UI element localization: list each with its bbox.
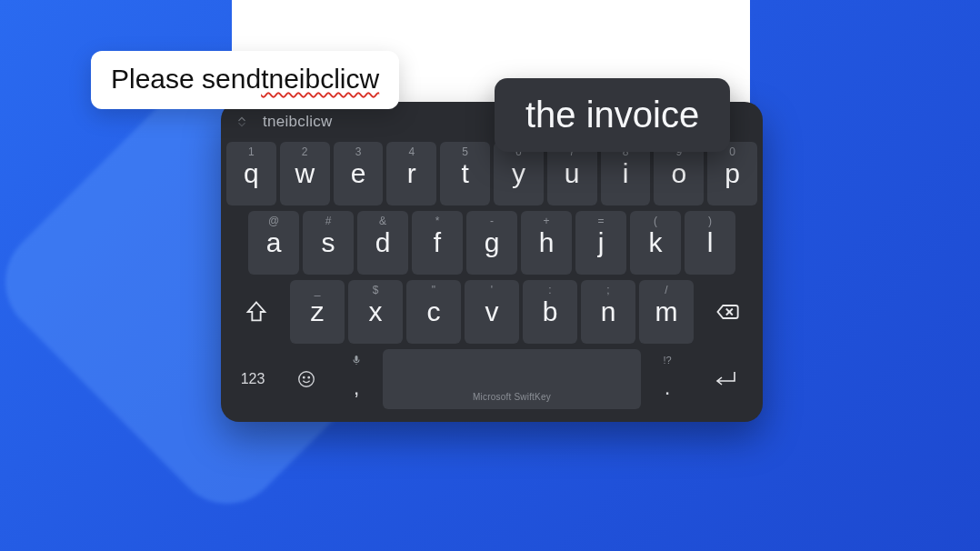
- period-key[interactable]: !? .: [645, 349, 690, 409]
- backspace-icon: [715, 299, 740, 325]
- key-e[interactable]: 3e: [334, 142, 384, 205]
- key-w[interactable]: 2w: [280, 142, 330, 205]
- key-r[interactable]: 4r: [386, 142, 436, 205]
- keyboard-brand-label: Microsoft SwiftKey: [473, 392, 551, 402]
- key-t[interactable]: 5t: [440, 142, 490, 205]
- mic-icon: [351, 355, 362, 367]
- svg-point-3: [304, 376, 305, 377]
- key-row-3: _z $x "c 'v :b ;n /m: [226, 280, 757, 344]
- key-a[interactable]: @a: [248, 211, 299, 275]
- key-k[interactable]: (k: [630, 211, 681, 275]
- key-f[interactable]: *f: [412, 211, 463, 275]
- numbers-key[interactable]: 123: [226, 349, 279, 409]
- expand-suggestions-icon[interactable]: [234, 114, 250, 130]
- key-c[interactable]: "c: [406, 280, 461, 344]
- key-j[interactable]: =j: [575, 211, 626, 275]
- key-m[interactable]: /m: [639, 280, 694, 344]
- key-s[interactable]: #s: [303, 211, 354, 275]
- typed-text-callout: Please send tneibclicw: [91, 51, 399, 109]
- typed-text-prefix: Please send: [111, 64, 261, 95]
- suggestion-candidate[interactable]: tneibclicw: [263, 113, 333, 131]
- shift-key[interactable]: [226, 280, 286, 344]
- key-x[interactable]: $x: [348, 280, 403, 344]
- comma-key[interactable]: ,: [334, 349, 379, 409]
- enter-key[interactable]: [694, 349, 757, 409]
- shift-icon: [244, 299, 269, 325]
- key-v[interactable]: 'v: [465, 280, 519, 344]
- emoji-icon: [296, 369, 316, 389]
- key-g[interactable]: -g: [466, 211, 517, 275]
- svg-point-2: [299, 372, 315, 387]
- key-z[interactable]: _z: [290, 280, 345, 344]
- space-key[interactable]: Microsoft SwiftKey: [383, 349, 641, 409]
- key-b[interactable]: :b: [523, 280, 577, 344]
- svg-point-4: [308, 376, 309, 377]
- emoji-key[interactable]: [283, 349, 330, 409]
- key-q[interactable]: 1q: [226, 142, 276, 205]
- ai-suggestion-text: the invoice: [525, 95, 699, 135]
- key-l[interactable]: )l: [685, 211, 735, 275]
- key-rows: 1q 2w 3e 4r 5t 6y 7u 8i 9o 0p @a #s &d *…: [226, 142, 757, 344]
- key-row-bottom: 123 , Microsoft SwiftKey !? .: [226, 349, 757, 409]
- key-n[interactable]: ;n: [581, 280, 635, 344]
- key-row-2: @a #s &d *f -g +h =j (k )l: [226, 211, 757, 275]
- typed-text-misspelled: tneibclicw: [261, 64, 379, 95]
- backspace-key[interactable]: [697, 280, 757, 344]
- enter-icon: [711, 367, 740, 391]
- key-h[interactable]: +h: [521, 211, 572, 275]
- key-d[interactable]: &d: [357, 211, 408, 275]
- ai-suggestion-popup[interactable]: the invoice: [495, 78, 730, 152]
